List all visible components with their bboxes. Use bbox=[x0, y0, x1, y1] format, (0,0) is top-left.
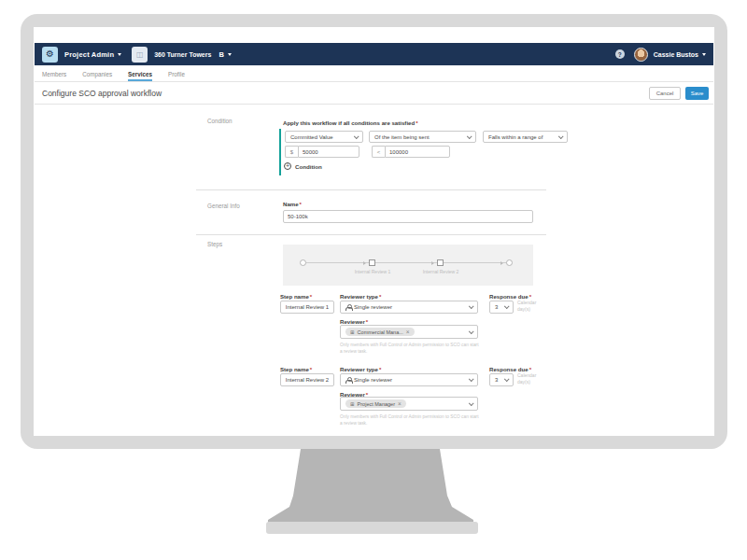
person-icon bbox=[345, 304, 351, 311]
arrow-icon bbox=[431, 261, 434, 265]
tab-profile[interactable]: Profile bbox=[168, 71, 185, 81]
person-icon bbox=[345, 377, 351, 384]
project-selector[interactable]: 360 Turner Towers bbox=[154, 51, 211, 58]
workflow-diagram: Internal Review 1 Internal Review 2 bbox=[283, 245, 533, 286]
reviewer-hint: Only members with Full Control or Admin … bbox=[340, 413, 482, 427]
response-due-select[interactable]: 3 bbox=[489, 301, 514, 314]
monitor-base bbox=[266, 522, 478, 534]
arrow-icon bbox=[363, 261, 366, 265]
page-title: Configure SCO approval workflow bbox=[42, 89, 162, 98]
diagram-step-label: Internal Review 2 bbox=[403, 269, 478, 274]
condition-section-label: Condition bbox=[207, 118, 233, 124]
avatar[interactable] bbox=[634, 48, 648, 62]
chevron-down-icon bbox=[469, 329, 474, 334]
condition-field-select[interactable]: Committed Value bbox=[285, 131, 363, 143]
condition-operator-select[interactable]: Falls within a range of bbox=[483, 131, 568, 143]
less-than-prefix: < bbox=[372, 146, 385, 158]
response-due-label: Response due* bbox=[489, 366, 531, 372]
name-label: Name* bbox=[283, 201, 302, 207]
cancel-button[interactable]: Cancel bbox=[649, 87, 681, 100]
reviewer-type-select[interactable]: Single reviewer bbox=[340, 301, 478, 314]
required-marker: * bbox=[300, 201, 302, 207]
gear-icon[interactable]: ⚙ bbox=[42, 47, 58, 63]
step-name-label: Step name* bbox=[280, 366, 312, 372]
help-icon[interactable]: ? bbox=[615, 49, 625, 59]
diagram-step-label: Internal Review 1 bbox=[335, 269, 410, 274]
apply-workflow-label: Apply this workflow if all conditions ar… bbox=[283, 119, 418, 126]
monitor-stand bbox=[268, 449, 473, 524]
reviewer-label: Reviewer* bbox=[340, 318, 368, 325]
reviewer-hint: Only members with Full Control or Admin … bbox=[340, 342, 482, 355]
grid-icon: ⊞ bbox=[350, 401, 355, 407]
chevron-down-icon bbox=[504, 303, 510, 309]
end-node-icon bbox=[506, 259, 513, 266]
arrow-icon bbox=[500, 261, 503, 265]
step-name-label: Step name* bbox=[280, 293, 312, 300]
step-node-icon[interactable] bbox=[369, 259, 375, 266]
project-icon[interactable]: ◫ bbox=[132, 47, 148, 63]
chevron-down-icon bbox=[504, 376, 510, 382]
chevron-down-icon bbox=[558, 133, 564, 139]
tab-services[interactable]: Services bbox=[128, 71, 152, 81]
min-value-input[interactable] bbox=[298, 146, 359, 158]
reviewer-select[interactable]: ⊞ Project Manager × bbox=[340, 397, 478, 411]
stepper-track bbox=[303, 262, 509, 263]
step-name-input[interactable] bbox=[280, 301, 334, 314]
min-value-group: $ bbox=[285, 146, 359, 158]
section-divider bbox=[196, 234, 546, 235]
response-due-label: Response due* bbox=[489, 293, 531, 300]
plus-icon: + bbox=[284, 162, 291, 170]
required-marker: * bbox=[416, 119, 417, 126]
steps-section-label: Steps bbox=[207, 241, 222, 247]
close-icon[interactable]: × bbox=[406, 329, 410, 334]
grid-icon: ⊞ bbox=[350, 329, 355, 335]
step-node-icon[interactable] bbox=[437, 259, 444, 266]
add-condition-button[interactable]: + Condition bbox=[284, 162, 322, 170]
save-button[interactable]: Save bbox=[685, 87, 709, 100]
chevron-down-icon bbox=[354, 133, 359, 139]
name-input[interactable] bbox=[283, 210, 533, 223]
reviewer-type-label: Reviewer type* bbox=[340, 293, 381, 300]
condition-group-bar bbox=[279, 129, 281, 175]
close-icon[interactable]: × bbox=[398, 401, 402, 406]
tab-bar: Members Companies Services Profile bbox=[35, 65, 713, 82]
response-unit-label: Calendar day(s) bbox=[517, 300, 545, 312]
bookmark-icon[interactable]: B bbox=[218, 50, 223, 59]
step-name-input[interactable] bbox=[280, 373, 334, 386]
currency-prefix: $ bbox=[285, 146, 298, 158]
start-node-icon bbox=[300, 259, 306, 266]
condition-subject-select[interactable]: Of the item being sent bbox=[369, 131, 476, 143]
screen: ⚙ Project Admin ◫ 360 Turner Towers B ? … bbox=[34, 27, 714, 436]
general-info-section-label: General Info bbox=[207, 203, 240, 209]
user-menu[interactable]: Cassie Bustos bbox=[654, 51, 698, 58]
max-value-input[interactable] bbox=[385, 146, 450, 158]
reviewer-select[interactable]: ⊞ Commercial Mana... × bbox=[340, 325, 478, 339]
caret-down-icon bbox=[702, 53, 706, 56]
monitor-frame: ⚙ Project Admin ◫ 360 Turner Towers B ? … bbox=[21, 14, 727, 449]
reviewer-chip: ⊞ Project Manager × bbox=[345, 399, 406, 408]
section-divider bbox=[196, 189, 546, 190]
form-content: Condition Apply this workflow if all con… bbox=[35, 105, 713, 436]
chevron-down-icon bbox=[469, 400, 474, 406]
reviewer-type-label: Reviewer type* bbox=[340, 366, 381, 372]
response-unit-label: Calendar day(s) bbox=[517, 372, 545, 385]
page-header: Configure SCO approval workflow Cancel S… bbox=[35, 82, 713, 105]
max-value-group: < bbox=[372, 146, 450, 158]
top-navbar: ⚙ Project Admin ◫ 360 Turner Towers B ? … bbox=[35, 43, 713, 65]
tab-members[interactable]: Members bbox=[42, 71, 66, 81]
reviewer-type-select[interactable]: Single reviewer bbox=[340, 373, 478, 386]
reviewer-chip: ⊞ Commercial Mana... × bbox=[345, 328, 415, 336]
tab-companies[interactable]: Companies bbox=[82, 71, 112, 81]
chevron-down-icon bbox=[469, 376, 474, 382]
caret-down-icon bbox=[118, 53, 121, 56]
app-menu[interactable]: Project Admin bbox=[64, 50, 114, 59]
response-due-select[interactable]: 3 bbox=[489, 373, 514, 386]
caret-down-icon bbox=[228, 53, 232, 56]
chevron-down-icon bbox=[469, 303, 474, 309]
chevron-down-icon bbox=[467, 133, 472, 139]
